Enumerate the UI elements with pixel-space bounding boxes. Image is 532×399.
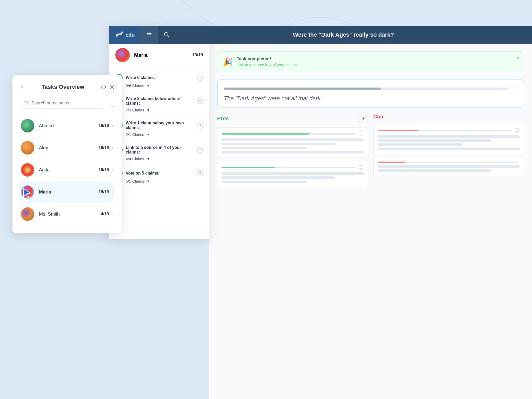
pros-title: Pros (217, 116, 229, 122)
notification-message: Link to a source in 4 of your claims. (237, 63, 298, 67)
add-pro-button[interactable]: + (359, 114, 368, 123)
dropdown-icon[interactable]: ▼ (147, 133, 150, 136)
task-claims: 2/1 Claims (126, 132, 144, 137)
task-item: Vote on 5 claims: ? 5/5 Claims ▼ (109, 165, 209, 188)
task-sub: 9/6 Claims ▼ (126, 83, 203, 88)
help-icon[interactable]: ? (197, 147, 203, 153)
claim-progress (378, 130, 512, 131)
tasks-overview-header: Tasks Overview (20, 84, 114, 90)
claim-line (222, 151, 364, 154)
back-button[interactable] (20, 84, 25, 90)
task-user-score: 19/19 (192, 52, 203, 58)
heart-icon[interactable]: ♡ (512, 85, 517, 92)
claim-content-lines (222, 138, 364, 154)
logo-icon (115, 30, 124, 39)
comment-icon (358, 165, 364, 170)
task-items-list: Write 6 claims: ? 9/6 Claims ▼ Write 3 c… (109, 67, 209, 239)
chevron-right-icon: › (112, 190, 113, 194)
help-icon[interactable]: ? (197, 75, 203, 81)
task-claims: 4/4 Claims (126, 157, 144, 161)
search-button[interactable] (158, 26, 176, 44)
claim-line (378, 135, 520, 138)
participant-score: 19/19 (98, 145, 109, 150)
task-details-panel: Task Details Maria 19/19 (109, 26, 209, 239)
task-item-row: Write 6 claims: ? (115, 74, 203, 81)
app-header: edu Were the "Dark Ages" really so dark? (109, 26, 532, 44)
claim-content-lines (378, 135, 520, 150)
claim-line (222, 181, 307, 183)
chevron-right-icon: › (112, 212, 113, 216)
logo-text: edu (125, 32, 135, 38)
avatar (21, 207, 34, 221)
search-bar-icon (24, 101, 29, 105)
search-bar (20, 98, 104, 109)
discussion-header: ♡ (224, 85, 517, 92)
more-options-icon[interactable]: ··· (110, 103, 114, 109)
participant-name: Anita (39, 167, 98, 173)
svg-rect-11 (359, 132, 363, 135)
participant-score: 19/19 (98, 168, 109, 172)
app-logo[interactable]: edu (109, 26, 140, 44)
help-icon[interactable]: ? (197, 170, 203, 176)
list-item[interactable]: Maria 19/19 › (20, 181, 114, 203)
search-input[interactable] (31, 101, 100, 106)
claim-line (222, 147, 307, 149)
svg-line-4 (168, 36, 169, 37)
discussion-progress-bar (224, 88, 509, 90)
svg-rect-12 (359, 165, 363, 169)
task-label: Write 3 claims below others' claims: (126, 96, 195, 106)
chevron-right-icon: › (112, 168, 113, 172)
task-label: Write 1 claim below your own claims: (126, 121, 195, 130)
claim-progress-fill (222, 133, 309, 135)
cons-title: Con (373, 114, 383, 120)
task-item: Write 3 claims below others' claims: ? 7… (109, 92, 209, 117)
claim-line (378, 169, 491, 172)
claim-card-top (378, 128, 520, 133)
close-button[interactable] (110, 85, 114, 89)
pros-section: Pros + (217, 114, 368, 191)
hamburger-button[interactable] (140, 26, 158, 44)
claim-line (378, 165, 520, 168)
help-icon[interactable]: ? (197, 122, 203, 129)
participant-list: Ahmed 19/19 › Alex 19/19 › Anita 19/19 ›… (20, 115, 114, 225)
avatar (21, 141, 34, 155)
participant-name: Ahmed (39, 123, 98, 129)
dropdown-icon[interactable]: ▼ (147, 108, 150, 112)
claim-card (373, 158, 524, 176)
dropdown-icon[interactable]: ▼ (147, 179, 150, 183)
help-icon[interactable]: ? (197, 98, 203, 104)
list-item[interactable]: Alex 19/19 › (20, 137, 114, 159)
claim-line (378, 148, 520, 150)
page-title: Were the "Dark Ages" really so dark? (176, 31, 532, 38)
discussion-thesis: The "Dark Ages" were not all that dark. (224, 95, 517, 102)
hamburger-icon (146, 32, 152, 38)
task-item: Write 1 claim below your own claims: ? 2… (109, 117, 209, 141)
pros-cons-container: Pros + (217, 114, 524, 191)
dropdown-icon[interactable]: ▼ (147, 157, 150, 161)
code-button[interactable] (101, 85, 107, 89)
task-item: Link to a source in 4 of your claims: ? … (109, 141, 209, 165)
participant-score: 19/19 (98, 190, 109, 194)
list-item[interactable]: Ms. Smith 4/19 › (20, 203, 114, 225)
notification-close-button[interactable]: ✕ (516, 55, 520, 61)
claim-card-top (222, 165, 364, 170)
claim-card (217, 161, 368, 187)
comment-icon (515, 128, 520, 133)
list-item[interactable]: Ahmed 19/19 › (20, 115, 114, 137)
list-item[interactable]: Anita 19/19 › (20, 159, 114, 181)
celebration-icon: 🎉 (223, 57, 233, 67)
claim-line (222, 143, 335, 145)
claim-content-lines (222, 172, 364, 183)
notification-title: Task completed! (237, 56, 298, 62)
task-user-avatar (115, 48, 130, 62)
main-content: 🎉 Task completed! Link to a source in 4 … (209, 44, 532, 399)
claim-line (222, 176, 335, 179)
task-sub: 2/1 Claims ▼ (126, 132, 203, 137)
cons-section: Con (373, 114, 524, 191)
claim-progress (222, 133, 356, 135)
task-label: Vote on 5 claims: (126, 171, 195, 176)
participant-score: 19/19 (98, 123, 109, 128)
participant-name: Maria (39, 189, 98, 195)
dropdown-icon[interactable]: ▼ (147, 84, 150, 88)
participant-name: Alex (39, 145, 98, 151)
